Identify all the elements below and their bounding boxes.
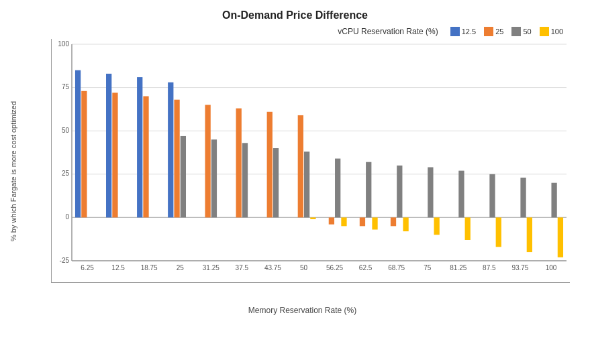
- svg-text:12.5: 12.5: [111, 264, 125, 271]
- x-axis-title: Memory Reservation Rate (%): [21, 306, 583, 315]
- legend-label-gray: 50: [523, 27, 531, 36]
- svg-text:25: 25: [62, 170, 70, 177]
- svg-text:81.25: 81.25: [450, 264, 466, 271]
- svg-text:-25: -25: [60, 257, 70, 264]
- legend-swatch-gray: [511, 27, 521, 36]
- svg-rect-18: [106, 74, 111, 217]
- svg-rect-59: [489, 174, 495, 218]
- svg-text:25: 25: [177, 264, 185, 271]
- svg-rect-49: [391, 217, 396, 226]
- svg-rect-62: [520, 178, 526, 217]
- bars-chart: 1007550250-256.2512.518.752531.2537.543.…: [52, 39, 570, 282]
- svg-text:18.75: 18.75: [141, 264, 158, 271]
- svg-text:87.5: 87.5: [483, 264, 496, 271]
- svg-text:50: 50: [62, 127, 70, 134]
- svg-rect-28: [205, 105, 210, 217]
- chart-title: On-Demand Price Difference: [7, 9, 583, 21]
- svg-rect-50: [397, 166, 402, 218]
- svg-rect-60: [496, 217, 501, 247]
- svg-rect-51: [403, 217, 408, 231]
- svg-rect-39: [310, 217, 315, 219]
- svg-text:56.25: 56.25: [326, 264, 343, 271]
- svg-rect-25: [174, 100, 179, 218]
- legend-swatch-blue: [450, 27, 460, 36]
- svg-rect-34: [267, 112, 273, 218]
- legend-title: vCPU Reservation Rate (%): [338, 27, 438, 36]
- svg-text:75: 75: [62, 83, 70, 90]
- svg-rect-45: [360, 217, 365, 226]
- svg-rect-26: [181, 136, 186, 217]
- svg-rect-53: [428, 167, 433, 217]
- svg-rect-38: [304, 151, 309, 217]
- svg-rect-15: [75, 70, 81, 218]
- svg-text:50: 50: [300, 264, 308, 271]
- svg-rect-37: [298, 115, 303, 217]
- svg-rect-65: [551, 183, 556, 218]
- legend-item-yellow: 100: [540, 27, 563, 36]
- svg-rect-42: [335, 159, 340, 218]
- svg-rect-46: [366, 162, 371, 218]
- svg-text:0: 0: [65, 213, 69, 221]
- svg-text:100: 100: [546, 264, 557, 271]
- svg-text:93.75: 93.75: [511, 264, 528, 271]
- legend-label-yellow: 100: [551, 27, 563, 36]
- svg-rect-41: [329, 217, 334, 224]
- svg-rect-66: [558, 217, 563, 257]
- legend-item-gray: 50: [511, 27, 531, 36]
- legend-label-orange: 25: [495, 27, 503, 36]
- y-axis-label: % by which Fargate is more cost optimize…: [7, 27, 20, 315]
- legend-swatch-orange: [484, 27, 493, 36]
- plot-area: 1007550250-256.2512.518.752531.2537.543.…: [51, 39, 570, 283]
- legend-area: vCPU Reservation Rate (%) 12.5 25 50 100: [21, 27, 583, 36]
- legend-item-blue: 12.5: [450, 27, 476, 36]
- svg-rect-35: [273, 148, 279, 217]
- svg-rect-63: [527, 217, 532, 252]
- svg-rect-24: [168, 82, 173, 218]
- svg-text:43.75: 43.75: [264, 264, 281, 271]
- svg-rect-57: [465, 217, 471, 240]
- svg-text:100: 100: [58, 40, 69, 48]
- svg-rect-47: [372, 217, 377, 229]
- legend-item-orange: 25: [484, 27, 503, 36]
- chart-container: On-Demand Price Difference % by which Fa…: [0, 0, 590, 364]
- chart-area: % by which Fargate is more cost optimize…: [7, 27, 583, 315]
- svg-rect-19: [112, 93, 117, 217]
- svg-text:6.25: 6.25: [81, 264, 94, 271]
- svg-rect-56: [458, 171, 464, 218]
- svg-rect-32: [242, 143, 248, 217]
- svg-rect-43: [341, 217, 346, 226]
- svg-rect-29: [211, 139, 217, 217]
- svg-rect-31: [236, 109, 242, 218]
- svg-rect-54: [434, 217, 440, 235]
- legend-label-blue: 12.5: [462, 27, 476, 36]
- svg-text:68.75: 68.75: [388, 264, 405, 271]
- svg-rect-21: [137, 77, 142, 217]
- svg-text:62.5: 62.5: [359, 264, 373, 271]
- chart-inner: vCPU Reservation Rate (%) 12.5 25 50 100: [21, 27, 583, 315]
- svg-text:37.5: 37.5: [236, 264, 249, 271]
- svg-text:31.25: 31.25: [203, 264, 219, 271]
- svg-text:75: 75: [424, 264, 432, 271]
- svg-rect-22: [143, 97, 148, 218]
- svg-rect-16: [81, 91, 87, 218]
- legend-swatch-yellow: [540, 27, 549, 36]
